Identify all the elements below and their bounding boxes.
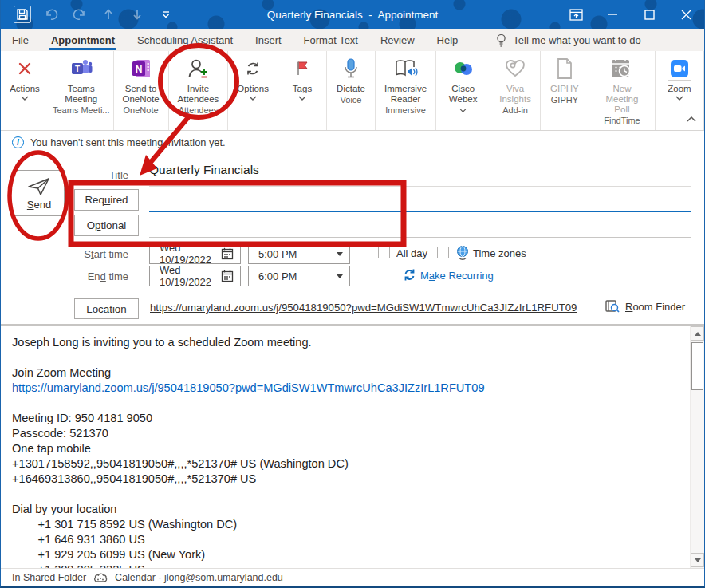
cisco-webex-button[interactable]: CiscoWebex [439,53,486,115]
calendar-account: Calendar - jlong@som.umaryland.edu [115,572,283,583]
group-caption-onenote[interactable]: OneNote [124,105,159,118]
zoom-button[interactable]: Zoom [659,53,700,101]
customize-quick-access-toolbar-icon[interactable] [157,6,175,23]
calendar-icon [221,270,234,282]
start-time-dropdown[interactable]: 5:00 PM [248,243,350,264]
tab-help[interactable]: Help [426,29,470,51]
maximize-icon[interactable] [631,0,668,29]
minimize-icon[interactable] [594,0,631,29]
end-time-dropdown[interactable]: 6:00 PM [248,266,350,286]
body-line: Joseph Long is inviting you to a schedul… [12,335,680,350]
location-button[interactable]: Location [74,298,139,319]
options-button[interactable]: Options [231,53,274,101]
dropdown-arrow-icon [337,252,343,256]
group-caption-findtime[interactable]: FindTime [604,115,640,128]
message-body[interactable]: Joseph Long is inviting you to a schedul… [1,325,704,568]
optional-button[interactable]: Optional [74,215,139,236]
end-date-picker[interactable]: Wed 10/19/2022 [149,266,241,286]
body-line [12,487,680,502]
calendar-icon [221,247,234,260]
tab-format-text[interactable]: Format Text [293,29,369,51]
body-line-passcode: Passcode: 521370 [12,426,680,441]
new-meeting-poll-button[interactable]: NewMeeting Poll [593,53,652,115]
globe-icon [455,245,470,260]
shared-calendar-icon [93,571,108,584]
vertical-scrollbar[interactable] [690,326,704,568]
ribbon-group-findtime: NewMeeting Poll FindTime [589,51,656,130]
group-caption-attendees[interactable]: Attendees [179,105,219,118]
start-time-label: Start time [49,248,128,260]
move-down-icon[interactable] [128,6,146,23]
ribbon-group-immersive: ImmersiveReader Immersive [376,51,436,130]
chevron-down-icon [675,96,683,101]
tags-button[interactable]: Tags [282,53,323,101]
invite-attendees-button[interactable]: InviteAttendees [172,53,225,105]
tell-me-box[interactable]: Tell me what you want to do [496,34,640,47]
zoom-meeting-link[interactable]: https://umaryland.zoom.us/j/95041819050?… [12,381,680,396]
room-finder-icon [605,299,620,314]
teams-meeting-button[interactable]: T TeamsMeeting [59,53,103,105]
body-line-one-tap-2: +16469313860,,95041819050#,,,,*521370# U… [12,472,680,487]
ribbon-group-voice: Dictate Voice [327,51,376,130]
group-caption-giphy[interactable]: GIPHY [551,94,578,108]
save-icon[interactable] [14,6,31,23]
tab-scheduling-assistant[interactable]: Scheduling Assistant [126,29,244,51]
ribbon-display-options-icon[interactable] [557,0,594,29]
required-field-underline [149,211,691,212]
scroll-up-icon[interactable] [691,326,704,341]
make-recurring-link[interactable]: Make Recurring [420,270,494,282]
group-caption-immersive[interactable]: Immersive [385,105,426,118]
scroll-down-icon[interactable] [691,553,704,567]
all-day-label: All day [396,247,427,259]
info-text: You haven't sent this meeting invitation… [30,136,226,148]
collapse-ribbon-icon[interactable] [687,111,696,125]
group-caption-add-in[interactable]: Add-in [502,105,528,118]
webex-icon [453,56,474,81]
tell-me-label: Tell me what you want to do [513,34,640,46]
undo-icon[interactable] [42,6,60,23]
location-field[interactable]: https://umaryland.zoom.us/j/95041819050?… [150,302,577,314]
title-field[interactable]: Quarterly Financials [149,163,259,177]
tab-insert[interactable]: Insert [244,29,293,51]
immersive-reader-icon [394,56,418,81]
start-date-picker[interactable]: Wed 10/19/2022 [149,243,241,264]
status-bar: In Shared Folder Calendar - jlong@som.um… [1,568,704,586]
title-bar: Quarterly Financials - Appointment [1,0,704,29]
move-up-icon[interactable] [100,6,117,23]
scrollbar-thumb[interactable] [691,342,703,390]
dictate-button[interactable]: Dictate [330,53,372,94]
close-icon[interactable] [668,0,704,29]
title-label: Title [49,169,128,181]
recurrence-icon [403,268,416,282]
ribbon-group-onenote: N Send toOneNote OneNote [114,51,169,130]
tab-review[interactable]: Review [369,29,426,51]
redo-icon[interactable] [71,6,89,23]
time-zones-label[interactable]: Time zones [473,247,526,259]
window-controls [557,0,704,29]
viva-insights-button[interactable]: VivaInsights [494,53,537,105]
giphy-button[interactable]: GIPHY [544,53,585,94]
chevron-down-icon [249,96,257,101]
body-line: Dial by your location [12,502,680,517]
immersive-reader-button[interactable]: ImmersiveReader [379,53,432,105]
body-line: Join Zoom Meeting [12,365,680,381]
paper-plane-icon [27,177,51,196]
group-caption-voice[interactable]: Voice [341,94,362,108]
ribbon-group-actions: Actions [1,51,49,130]
group-caption-teams[interactable]: Teams Meeti... [53,105,110,118]
required-button[interactable]: Required [74,189,139,211]
all-day-checkbox[interactable] [378,247,390,258]
body-line-dial-2: +1 646 931 3860 US [12,532,680,547]
viva-insights-icon [504,56,526,81]
chevron-down-icon [298,96,306,101]
teams-icon: T [70,56,93,81]
actions-button[interactable]: Actions [4,53,45,101]
microphone-icon [343,56,359,81]
body-line [12,350,680,365]
tab-appointment[interactable]: Appointment [40,29,126,51]
send-to-onenote-button[interactable]: N Send toOneNote [117,53,165,105]
appointment-form: Send Title Quarterly Financials Required… [1,153,704,325]
room-finder-button[interactable]: Room Finder [605,299,685,314]
time-zones-checkbox[interactable] [437,247,449,258]
tab-file[interactable]: File [1,29,40,51]
